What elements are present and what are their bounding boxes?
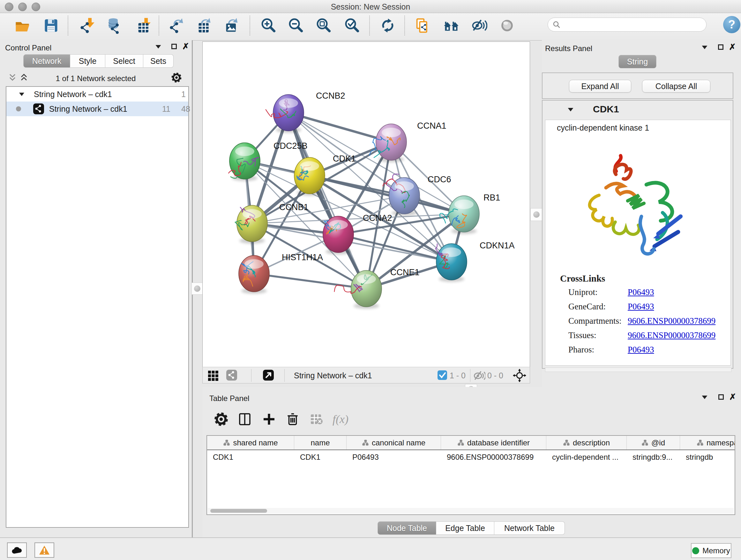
table-cell[interactable]: stringdb:9...	[627, 450, 680, 464]
float-panel-icon[interactable]	[172, 44, 177, 49]
table-cell[interactable]: 9606.ENSP00000378699	[441, 450, 546, 464]
export-network-icon[interactable]	[168, 17, 185, 34]
hidden-count: 0 - 0	[487, 371, 503, 380]
crosslink-value-link[interactable]: P06493	[628, 287, 654, 297]
refresh-icon[interactable]	[380, 17, 396, 34]
title-bar: Session: New Session	[0, 0, 741, 13]
open-session-icon[interactable]	[14, 17, 30, 34]
node-label-CCNB1: CCNB1	[279, 202, 309, 212]
table-hscrollbar[interactable]	[208, 508, 734, 514]
warnings-button[interactable]	[35, 543, 54, 558]
network-collection-row[interactable]: String Network – cdk1 1	[6, 87, 188, 102]
column-header-canonical-name[interactable]: canonical name	[347, 436, 441, 449]
close-panel-icon[interactable]: ✗	[729, 44, 736, 50]
export-table-icon[interactable]	[196, 17, 212, 34]
node-CCNE1[interactable]	[334, 270, 382, 309]
network-row-selected[interactable]: String Network – cdk1 11 48	[6, 102, 188, 116]
grid-view-icon[interactable]	[208, 370, 219, 381]
search-field[interactable]	[548, 17, 706, 32]
column-header-name[interactable]: name	[294, 436, 347, 449]
zoom-fit-icon[interactable]	[316, 17, 332, 34]
cloud-status-button[interactable]	[7, 543, 27, 558]
expand-all-button[interactable]: Expand All	[569, 80, 631, 92]
help-button[interactable]: ?	[723, 16, 740, 33]
node-HIST1H1A[interactable]	[239, 255, 269, 294]
close-panel-icon[interactable]: ✗	[182, 43, 189, 50]
open-in-window-icon[interactable]	[263, 370, 274, 381]
node-CCNA1[interactable]	[369, 124, 407, 162]
column-header-database-identifier[interactable]: database identifier	[441, 436, 546, 449]
tab-network[interactable]: Network	[23, 54, 70, 68]
fit-selected-crosshair-icon[interactable]	[513, 369, 526, 382]
toolbar-separator	[250, 16, 250, 36]
crosslink-label: Pharos:	[568, 345, 594, 354]
column-header-description[interactable]: description	[546, 436, 627, 449]
node-CDKN1A[interactable]	[435, 244, 467, 282]
zoom-in-icon[interactable]	[260, 17, 277, 34]
results-buttons-box: Expand All Collapse All	[542, 72, 733, 99]
float-panel-icon[interactable]	[718, 44, 724, 50]
right-splitter-handle[interactable]	[530, 208, 542, 221]
save-session-icon[interactable]	[43, 17, 59, 34]
table-options-gear-icon[interactable]	[214, 412, 228, 427]
collapse-panel-icon[interactable]	[156, 45, 161, 49]
edge-HIST1H1A-CCNE1[interactable]	[254, 273, 366, 289]
tab-edge-table[interactable]: Edge Table	[436, 521, 494, 535]
left-splitter-handle[interactable]	[192, 283, 203, 295]
crosslink-value-link[interactable]: P06493	[628, 345, 654, 355]
import-database-icon[interactable]	[106, 17, 122, 34]
collapse-all-button[interactable]: Collapse All	[642, 80, 711, 92]
table-cell[interactable]: CDK1	[294, 450, 347, 464]
tab-node-table[interactable]: Node Table	[378, 521, 436, 535]
table-row[interactable]: CDK1CDK1P064939606.ENSP00000378699cyclin…	[207, 450, 735, 464]
tab-style[interactable]: Style	[70, 54, 105, 68]
node-label-CCNE1: CCNE1	[390, 267, 420, 277]
node-CCNB2[interactable]	[266, 95, 304, 133]
export-image-icon[interactable]	[223, 17, 240, 34]
close-panel-icon[interactable]: ✗	[729, 394, 736, 400]
import-network-icon[interactable]	[79, 17, 95, 34]
node-CCNB1[interactable]	[235, 205, 267, 244]
tab-sets[interactable]: Sets	[143, 54, 174, 68]
string-view-icon[interactable]	[226, 370, 237, 381]
crosslink-value-link[interactable]: P06493	[628, 302, 654, 312]
collapse-all-networks-icon[interactable]	[8, 73, 17, 82]
collapse-panel-icon[interactable]	[702, 46, 708, 49]
tree-column-icon	[223, 440, 230, 446]
collection-expand-icon[interactable]	[19, 92, 24, 96]
crosslink-value-link[interactable]: 9606.ENSP00000378699	[628, 330, 716, 340]
network-view-title: String Network – cdk1	[294, 371, 372, 380]
search-input[interactable]	[561, 20, 699, 29]
import-table-icon[interactable]	[135, 17, 151, 34]
crosslink-value-link[interactable]: 9606.ENSP00000378699	[628, 316, 716, 326]
column-header-@id[interactable]: @id	[627, 436, 680, 449]
toolbar-separator	[158, 16, 159, 36]
show-columns-icon[interactable]	[238, 412, 252, 427]
collapse-panel-icon[interactable]	[702, 395, 708, 399]
table-cell[interactable]: P06493	[347, 450, 441, 464]
first-neighbors-icon[interactable]	[443, 17, 460, 34]
gene-collapse-icon[interactable]	[568, 108, 574, 111]
tab-network-table[interactable]: Network Table	[494, 521, 565, 535]
table-cell[interactable]: cyclin-dependent ...	[546, 450, 627, 464]
tab-select[interactable]: Select	[105, 54, 143, 68]
network-options-gear-icon[interactable]	[171, 72, 182, 83]
hide-selected-icon[interactable]	[471, 17, 487, 34]
results-scrollbar[interactable]	[545, 368, 731, 372]
annotations-icon[interactable]	[414, 17, 431, 34]
column-header-namespace[interactable]: namespace	[680, 436, 735, 449]
selected-checkbox[interactable]	[437, 370, 447, 380]
zoom-out-icon[interactable]	[288, 17, 305, 34]
node-CDC25B[interactable]	[228, 143, 260, 181]
zoom-selected-icon[interactable]	[344, 17, 360, 34]
table-cell[interactable]: stringdb	[680, 450, 735, 464]
table-cell[interactable]: CDK1	[207, 450, 294, 464]
float-panel-icon[interactable]	[718, 394, 724, 400]
network-view[interactable]: CCNB2CCNA1CDC25BCDK1CDC6RB1CCNB1CCNA2CDK…	[202, 42, 530, 367]
memory-button[interactable]: Memory	[691, 543, 731, 558]
tab-string[interactable]: String	[618, 55, 657, 68]
column-header-shared-name[interactable]: shared name	[207, 436, 294, 449]
expand-all-networks-icon[interactable]	[20, 73, 28, 82]
create-column-plus-icon[interactable]	[262, 412, 276, 427]
delete-column-trash-icon[interactable]	[285, 412, 300, 427]
